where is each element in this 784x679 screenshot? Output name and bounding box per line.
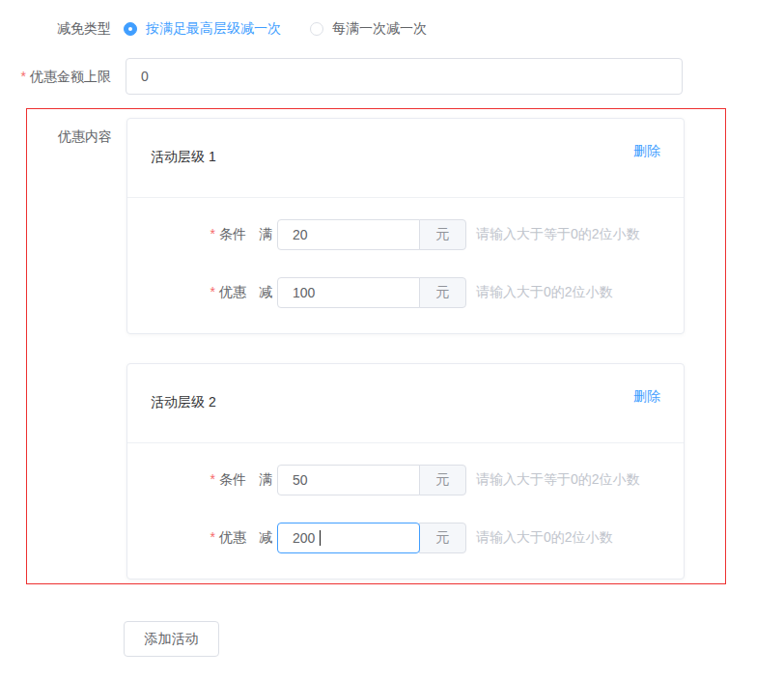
radio-option-label[interactable]: 每满一次减一次	[332, 20, 427, 38]
radio-option-every-time[interactable]: 每满一次减一次	[310, 20, 427, 38]
required-asterisk: *	[21, 69, 26, 84]
required-asterisk: *	[210, 471, 215, 487]
tier-card-2: 活动层级 2 删除 *条件 满 元 请输入大于等于0的2位小数 *优惠	[126, 363, 685, 580]
discount-cap-input[interactable]	[126, 58, 683, 95]
condition-prefix: 满	[259, 226, 272, 243]
radio-option-highest-tier[interactable]: 按满足最高层级减一次	[124, 20, 281, 38]
input-hint: 请输入大于等于0的2位小数	[476, 226, 640, 243]
radio-unselected-icon[interactable]	[310, 22, 323, 36]
required-asterisk: *	[210, 226, 215, 241]
condition-amount-input[interactable]	[277, 465, 420, 495]
discount-cap-label-text: 优惠金额上限	[30, 69, 111, 84]
radio-option-label[interactable]: 按满足最高层级减一次	[146, 20, 281, 38]
discount-cap-row: *优惠金额上限	[0, 58, 784, 95]
condition-input-group: 元	[277, 219, 466, 250]
condition-label: *条件	[127, 226, 246, 243]
condition-row: *条件 满 元 请输入大于等于0的2位小数	[127, 465, 684, 495]
input-hint: 请输入大于0的2位小数	[476, 284, 613, 301]
tier-card-header: 活动层级 2 删除	[127, 364, 684, 443]
reduction-type-label: 减免类型	[0, 20, 111, 38]
radio-selected-icon[interactable]	[124, 22, 137, 36]
discount-content-label: 优惠内容	[27, 128, 112, 146]
required-asterisk: *	[210, 529, 215, 545]
reduction-type-row: 减免类型 按满足最高层级减一次 每满一次减一次	[0, 21, 427, 37]
discount-label-text: 优惠	[219, 529, 246, 545]
condition-label-text: 条件	[219, 226, 246, 241]
condition-row: *条件 满 元 请输入大于等于0的2位小数	[127, 219, 684, 250]
discount-cap-label: *优惠金额上限	[0, 58, 111, 95]
condition-amount-input[interactable]	[277, 219, 420, 250]
unit-yuan-suffix: 元	[419, 219, 466, 250]
discount-amount-input[interactable]	[277, 277, 420, 308]
required-asterisk: *	[210, 284, 215, 299]
input-hint: 请输入大于等于0的2位小数	[476, 471, 640, 489]
discount-amount-input-focused[interactable]	[277, 523, 420, 553]
condition-label-text: 条件	[219, 471, 246, 487]
unit-yuan-suffix: 元	[419, 523, 466, 553]
delete-tier-link[interactable]: 删除	[633, 143, 660, 160]
discount-input-group: 元	[277, 277, 466, 308]
discount-prefix: 减	[259, 284, 272, 301]
unit-yuan-suffix: 元	[419, 277, 466, 308]
discount-label: *优惠	[127, 529, 246, 547]
delete-tier-link[interactable]: 删除	[633, 388, 660, 406]
discount-label: *优惠	[127, 284, 246, 301]
text-cursor	[320, 530, 321, 546]
promotion-form-page: 减免类型 按满足最高层级减一次 每满一次减一次 *优惠金额上限 优惠内容 活动层…	[0, 0, 784, 679]
condition-input-group: 元	[277, 465, 466, 495]
discount-row: *优惠 减 元 请输入大于0的2位小数	[127, 523, 684, 553]
tier-card-body: *条件 满 元 请输入大于等于0的2位小数 *优惠 减	[127, 443, 684, 579]
discount-row: *优惠 减 元 请输入大于0的2位小数	[127, 277, 684, 308]
add-activity-button[interactable]: 添加活动	[124, 621, 219, 657]
discount-prefix: 减	[259, 529, 272, 547]
tier-cards: 活动层级 1 删除 *条件 满 元 请输入大于等于0的2位小数 *优惠	[126, 118, 685, 608]
input-hint: 请输入大于0的2位小数	[476, 529, 613, 547]
discount-input-group: 元	[277, 523, 466, 553]
tier-title: 活动层级 1	[151, 149, 216, 166]
tier-title: 活动层级 2	[151, 394, 216, 411]
tier-card-header: 活动层级 1 删除	[127, 119, 684, 198]
tier-card-1: 活动层级 1 删除 *条件 满 元 请输入大于等于0的2位小数 *优惠	[126, 118, 685, 334]
discount-content-box: 优惠内容 活动层级 1 删除 *条件 满 元 请输入大于等于	[26, 108, 726, 584]
condition-label: *条件	[127, 471, 246, 489]
unit-yuan-suffix: 元	[419, 465, 466, 495]
condition-prefix: 满	[259, 471, 272, 489]
discount-label-text: 优惠	[219, 284, 246, 299]
tier-card-body: *条件 满 元 请输入大于等于0的2位小数 *优惠 减 元	[127, 198, 684, 333]
